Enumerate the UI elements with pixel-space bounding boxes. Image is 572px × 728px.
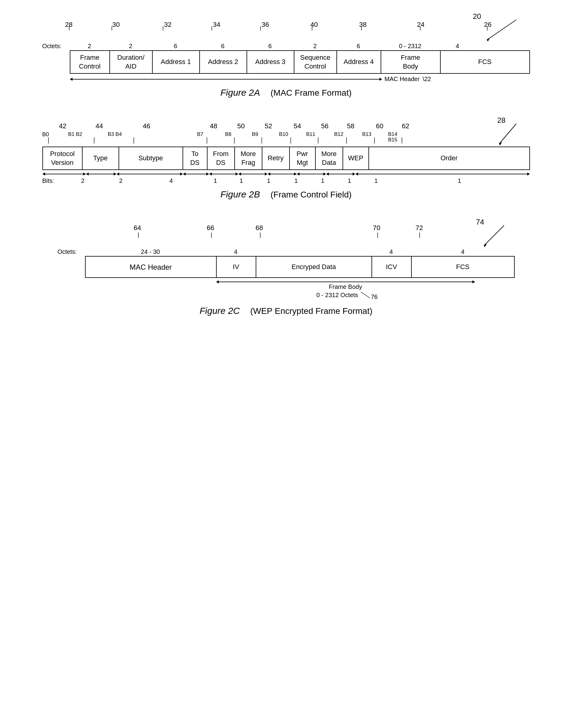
field-mac-header-2c: MAC Header xyxy=(86,257,217,278)
octets-seq: 2 xyxy=(294,43,337,50)
frame-body-ref-bracket: 76 xyxy=(359,290,374,300)
bits-more-data: 1 xyxy=(336,177,363,185)
arr-left-3 xyxy=(117,172,119,175)
bit-b12: B12 xyxy=(334,131,344,137)
octets-addr4: 6 xyxy=(337,43,381,50)
field-address3: Address 3 xyxy=(247,51,294,74)
frame-body-arrow-left xyxy=(216,280,219,283)
field-type: Type xyxy=(83,147,119,170)
arr-line-seg10 xyxy=(358,174,527,174)
frame-body-line xyxy=(219,282,472,282)
field-fcs-2a: FCS xyxy=(441,51,530,74)
fig2c-subtitle: (WEP Encrypted Frame Format) xyxy=(250,306,372,316)
fig2c-title: Figure 2C xyxy=(200,306,240,316)
svg-line-31 xyxy=(361,292,370,298)
field-retry: Retry xyxy=(262,147,290,170)
bits-label: Bits: xyxy=(42,177,61,185)
field-more-data: MoreData xyxy=(316,147,343,170)
fig2c-frame-body-row: Frame Body 0 - 2312 Octets 76 xyxy=(58,280,515,300)
arr-line-seg3 xyxy=(119,174,180,174)
field-address2: Address 2 xyxy=(200,51,247,74)
fig2c-caption: Figure 2C (WEP Encrypted Frame Format) xyxy=(24,306,548,316)
octets-label-2a: Octets: xyxy=(42,43,70,50)
octets-mac-header: 24 - 30 xyxy=(85,248,216,256)
field-icv: ICV xyxy=(372,257,412,278)
fig2b-subtitle: (Frame Control Field) xyxy=(271,190,352,199)
field-address4: Address 4 xyxy=(337,51,381,74)
bits-pwr-mgt: 1 xyxy=(310,177,336,185)
arr-right-9 xyxy=(353,172,355,175)
bits-order: 1 xyxy=(389,177,530,185)
field-duration-aid: Duration/AID xyxy=(110,51,153,74)
frame-body-arrow-right xyxy=(472,280,475,283)
fig2a-field-table: FrameControl Duration/AID Address 1 Addr… xyxy=(70,50,530,74)
field-order: Order xyxy=(369,147,530,170)
field-wep: WEP xyxy=(343,147,369,170)
octets-enc-data xyxy=(256,248,371,256)
field-protocol-version: ProtocolVersion xyxy=(43,147,83,170)
fig2a-ticks-svg xyxy=(42,12,530,43)
arr-right-8 xyxy=(323,172,326,175)
field-to-ds: ToDS xyxy=(183,147,208,170)
arr-line-seg2 xyxy=(89,174,114,174)
arr-line-seg5 xyxy=(212,174,235,174)
mac-header-ref: \22 xyxy=(423,76,431,82)
octets-icv: 4 xyxy=(371,248,411,256)
arr-line-seg6 xyxy=(241,174,265,174)
fig2c-table-wrap: MAC Header IV Encryped Data ICV FCS xyxy=(58,256,515,278)
arr-left-big xyxy=(42,172,45,175)
fig2a-subtitle: (MAC Frame Format) xyxy=(271,88,352,97)
fig2c-field-table: MAC Header IV Encryped Data ICV FCS xyxy=(85,256,515,278)
field-address1: Address 1 xyxy=(153,51,200,74)
arr-right-7 xyxy=(294,172,297,175)
arr-right-3 xyxy=(180,172,183,175)
bits-wep: 1 xyxy=(363,177,389,185)
bits-to-ds: 1 xyxy=(203,177,228,185)
bit-b15: B15 xyxy=(388,137,398,143)
arr-line-seg7 xyxy=(270,174,294,174)
arr-left-7 xyxy=(268,172,270,175)
mac-header-line xyxy=(73,79,379,80)
arr-right-5 xyxy=(235,172,238,175)
octets-iv: 4 xyxy=(216,248,256,256)
fig2b-diagram: 28 B0 42 44 46 48 50 52 54 56 58 60 62 xyxy=(42,116,530,185)
arr-right-6 xyxy=(265,172,268,175)
field-frame-body: FrameBody xyxy=(381,51,441,74)
mac-header-label: MAC Header \22 xyxy=(382,76,434,83)
arr-right-1 xyxy=(83,172,86,175)
fig2b-title: Figure 2B xyxy=(220,189,260,199)
arr-left-6 xyxy=(238,172,241,175)
fig2a-caption: Figure 2A (MAC Frame Format) xyxy=(24,87,548,98)
arr-line-seg9 xyxy=(329,174,353,174)
octets-fc: 2 xyxy=(70,43,110,50)
fig2b-field-table: ProtocolVersion Type Subtype ToDS FromDS… xyxy=(42,147,530,170)
bits-from-ds: 1 xyxy=(228,177,255,185)
bit-b11: B11 xyxy=(306,131,315,137)
bit-b7: B7 xyxy=(197,131,204,137)
fig2b-bits-row: Bits: 2 2 4 1 1 1 1 1 1 1 1 xyxy=(42,177,530,185)
octets-aid: 2 xyxy=(110,43,152,50)
fig2a-diagram: 20 28 30 32 34 36 40 38 24 xyxy=(42,12,530,83)
mac-header-arrow-left xyxy=(70,78,73,81)
arr-left-2 xyxy=(86,172,89,175)
frame-body-sub-label: 0 - 2312 Octets xyxy=(316,292,358,299)
figure-2a-section: 20 28 30 32 34 36 40 38 24 xyxy=(24,12,548,98)
arr-left-8 xyxy=(297,172,299,175)
fig2a-title: Figure 2A xyxy=(220,87,260,97)
bit-b14b15: B14 xyxy=(388,131,398,137)
octets-fcs-2c: 4 xyxy=(411,248,515,256)
field-pwr-mgt: PwrMgt xyxy=(290,147,316,170)
octets-fcs: 4 xyxy=(440,43,475,50)
bit-b10: B10 xyxy=(279,131,288,137)
bits-subtype: 4 xyxy=(139,177,203,185)
field-subtype: Subtype xyxy=(119,147,183,170)
fig2c-octets-row: Octets: 24 - 30 4 4 4 xyxy=(58,248,515,256)
arr-right-4 xyxy=(206,172,209,175)
field-frame-control: FrameControl xyxy=(70,51,110,74)
arr-left-9 xyxy=(326,172,329,175)
bits-retry: 1 xyxy=(283,177,310,185)
figure-2c-section: 74 64 66 68 70 72 Octets: xyxy=(24,218,548,316)
field-iv: IV xyxy=(217,257,256,278)
bit-b9: B9 xyxy=(252,131,259,137)
arr-right-2 xyxy=(114,172,117,175)
